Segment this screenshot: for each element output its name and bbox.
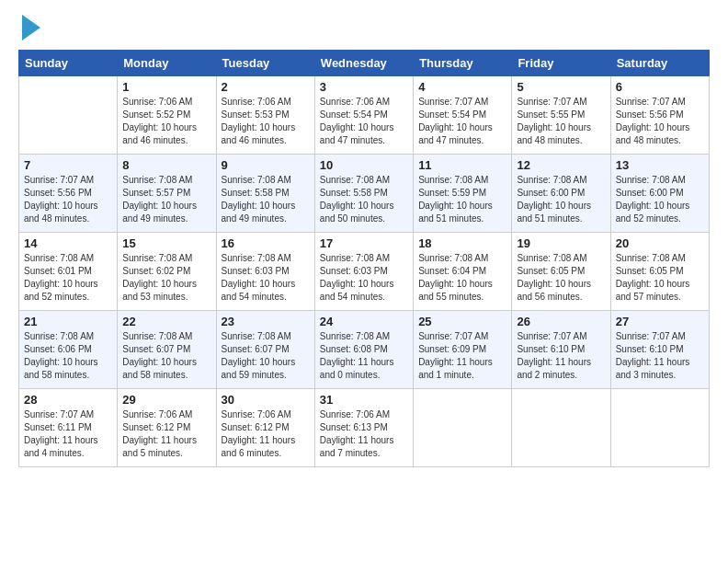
- calendar-cell: [414, 389, 512, 467]
- calendar-cell: 13Sunrise: 7:08 AM Sunset: 6:00 PM Dayli…: [610, 155, 709, 233]
- day-info: Sunrise: 7:07 AM Sunset: 6:10 PM Dayligh…: [517, 330, 605, 382]
- day-info: Sunrise: 7:08 AM Sunset: 6:08 PM Dayligh…: [320, 330, 408, 382]
- day-number: 3: [320, 80, 408, 94]
- day-info: Sunrise: 7:07 AM Sunset: 5:54 PM Dayligh…: [418, 96, 506, 147]
- day-number: 29: [122, 393, 210, 407]
- day-number: 30: [222, 393, 310, 407]
- day-info: Sunrise: 7:08 AM Sunset: 6:07 PM Dayligh…: [222, 330, 310, 382]
- day-header-friday: Friday: [512, 51, 610, 76]
- day-number: 9: [222, 158, 310, 172]
- day-number: 26: [517, 315, 605, 328]
- day-info: Sunrise: 7:06 AM Sunset: 6:13 PM Dayligh…: [320, 408, 408, 460]
- calendar-cell: 19Sunrise: 7:08 AM Sunset: 6:05 PM Dayli…: [512, 233, 610, 311]
- day-number: 10: [320, 158, 408, 172]
- day-info: Sunrise: 7:08 AM Sunset: 6:07 PM Dayligh…: [122, 330, 210, 382]
- calendar-cell: 23Sunrise: 7:08 AM Sunset: 6:07 PM Dayli…: [216, 311, 314, 389]
- calendar-cell: [19, 76, 118, 155]
- day-number: 25: [418, 315, 506, 328]
- day-info: Sunrise: 7:07 AM Sunset: 6:09 PM Dayligh…: [418, 330, 506, 382]
- day-header-wednesday: Wednesday: [314, 51, 413, 76]
- day-header-monday: Monday: [118, 51, 216, 76]
- calendar-cell: 1Sunrise: 7:06 AM Sunset: 5:52 PM Daylig…: [118, 76, 216, 155]
- day-number: 27: [616, 315, 704, 328]
- calendar-cell: 11Sunrise: 7:08 AM Sunset: 5:59 PM Dayli…: [414, 155, 512, 233]
- day-info: Sunrise: 7:08 AM Sunset: 6:05 PM Dayligh…: [616, 252, 704, 304]
- day-info: Sunrise: 7:08 AM Sunset: 6:06 PM Dayligh…: [24, 330, 112, 382]
- calendar-cell: 10Sunrise: 7:08 AM Sunset: 5:58 PM Dayli…: [314, 155, 413, 233]
- calendar-cell: 14Sunrise: 7:08 AM Sunset: 6:01 PM Dayli…: [19, 233, 118, 311]
- day-info: Sunrise: 7:08 AM Sunset: 6:01 PM Dayligh…: [24, 252, 112, 304]
- calendar-cell: 28Sunrise: 7:07 AM Sunset: 6:11 PM Dayli…: [19, 389, 118, 467]
- day-number: 23: [222, 315, 310, 328]
- calendar-cell: 26Sunrise: 7:07 AM Sunset: 6:10 PM Dayli…: [512, 311, 610, 389]
- day-info: Sunrise: 7:07 AM Sunset: 5:56 PM Dayligh…: [24, 174, 112, 225]
- calendar-cell: 15Sunrise: 7:08 AM Sunset: 6:02 PM Dayli…: [118, 233, 216, 311]
- day-header-thursday: Thursday: [414, 51, 512, 76]
- day-number: 19: [517, 236, 605, 250]
- page-header: [18, 18, 710, 40]
- day-number: 13: [616, 158, 704, 172]
- day-number: 12: [517, 158, 605, 172]
- day-number: 11: [418, 158, 506, 172]
- calendar-cell: 31Sunrise: 7:06 AM Sunset: 6:13 PM Dayli…: [314, 389, 413, 467]
- day-number: 14: [24, 236, 112, 250]
- day-info: Sunrise: 7:06 AM Sunset: 6:12 PM Dayligh…: [122, 408, 210, 460]
- calendar-cell: 9Sunrise: 7:08 AM Sunset: 5:58 PM Daylig…: [216, 155, 314, 233]
- day-info: Sunrise: 7:08 AM Sunset: 6:05 PM Dayligh…: [517, 252, 605, 304]
- calendar-cell: 25Sunrise: 7:07 AM Sunset: 6:09 PM Dayli…: [414, 311, 512, 389]
- day-number: 22: [122, 315, 210, 328]
- calendar-cell: 20Sunrise: 7:08 AM Sunset: 6:05 PM Dayli…: [610, 233, 709, 311]
- day-info: Sunrise: 7:08 AM Sunset: 5:57 PM Dayligh…: [122, 174, 210, 225]
- calendar-cell: 4Sunrise: 7:07 AM Sunset: 5:54 PM Daylig…: [414, 76, 512, 155]
- logo-arrow-icon: [22, 15, 40, 40]
- day-number: 2: [222, 80, 310, 94]
- calendar-cell: 16Sunrise: 7:08 AM Sunset: 6:03 PM Dayli…: [216, 233, 314, 311]
- calendar-cell: 24Sunrise: 7:08 AM Sunset: 6:08 PM Dayli…: [314, 311, 413, 389]
- calendar-cell: 17Sunrise: 7:08 AM Sunset: 6:03 PM Dayli…: [314, 233, 413, 311]
- day-number: 24: [320, 315, 408, 328]
- day-number: 20: [616, 236, 704, 250]
- calendar-cell: 2Sunrise: 7:06 AM Sunset: 5:53 PM Daylig…: [216, 76, 314, 155]
- day-number: 31: [320, 393, 408, 407]
- day-info: Sunrise: 7:08 AM Sunset: 5:59 PM Dayligh…: [418, 174, 506, 225]
- day-number: 5: [517, 80, 605, 94]
- week-row: 7Sunrise: 7:07 AM Sunset: 5:56 PM Daylig…: [19, 155, 710, 233]
- week-row: 1Sunrise: 7:06 AM Sunset: 5:52 PM Daylig…: [19, 76, 710, 155]
- day-header-sunday: Sunday: [19, 51, 118, 76]
- calendar-cell: 22Sunrise: 7:08 AM Sunset: 6:07 PM Dayli…: [118, 311, 216, 389]
- calendar-cell: [610, 389, 709, 467]
- day-info: Sunrise: 7:07 AM Sunset: 6:10 PM Dayligh…: [616, 330, 704, 382]
- calendar-cell: 8Sunrise: 7:08 AM Sunset: 5:57 PM Daylig…: [118, 155, 216, 233]
- day-info: Sunrise: 7:08 AM Sunset: 6:03 PM Dayligh…: [320, 252, 408, 304]
- day-info: Sunrise: 7:08 AM Sunset: 5:58 PM Dayligh…: [222, 174, 310, 225]
- calendar-header: SundayMondayTuesdayWednesdayThursdayFrid…: [19, 51, 710, 76]
- day-number: 8: [122, 158, 210, 172]
- day-number: 17: [320, 236, 408, 250]
- calendar-cell: 3Sunrise: 7:06 AM Sunset: 5:54 PM Daylig…: [314, 76, 413, 155]
- calendar-table: SundayMondayTuesdayWednesdayThursdayFrid…: [18, 50, 710, 467]
- calendar-cell: 6Sunrise: 7:07 AM Sunset: 5:56 PM Daylig…: [610, 76, 709, 155]
- day-number: 21: [24, 315, 112, 328]
- day-info: Sunrise: 7:06 AM Sunset: 5:54 PM Dayligh…: [320, 96, 408, 147]
- day-number: 15: [122, 236, 210, 250]
- day-info: Sunrise: 7:06 AM Sunset: 6:12 PM Dayligh…: [222, 408, 310, 460]
- calendar-cell: 21Sunrise: 7:08 AM Sunset: 6:06 PM Dayli…: [19, 311, 118, 389]
- day-info: Sunrise: 7:06 AM Sunset: 5:53 PM Dayligh…: [222, 96, 310, 147]
- day-number: 1: [122, 80, 210, 94]
- day-info: Sunrise: 7:06 AM Sunset: 5:52 PM Dayligh…: [122, 96, 210, 147]
- day-header-saturday: Saturday: [610, 51, 709, 76]
- day-info: Sunrise: 7:08 AM Sunset: 6:02 PM Dayligh…: [122, 252, 210, 304]
- week-row: 28Sunrise: 7:07 AM Sunset: 6:11 PM Dayli…: [19, 389, 710, 467]
- day-info: Sunrise: 7:07 AM Sunset: 5:55 PM Dayligh…: [517, 96, 605, 147]
- calendar-cell: 18Sunrise: 7:08 AM Sunset: 6:04 PM Dayli…: [414, 233, 512, 311]
- day-info: Sunrise: 7:07 AM Sunset: 5:56 PM Dayligh…: [616, 96, 704, 147]
- week-row: 21Sunrise: 7:08 AM Sunset: 6:06 PM Dayli…: [19, 311, 710, 389]
- day-number: 16: [222, 236, 310, 250]
- calendar-cell: 5Sunrise: 7:07 AM Sunset: 5:55 PM Daylig…: [512, 76, 610, 155]
- day-info: Sunrise: 7:08 AM Sunset: 6:00 PM Dayligh…: [616, 174, 704, 225]
- day-number: 4: [418, 80, 506, 94]
- calendar-cell: 7Sunrise: 7:07 AM Sunset: 5:56 PM Daylig…: [19, 155, 118, 233]
- day-info: Sunrise: 7:08 AM Sunset: 6:04 PM Dayligh…: [418, 252, 506, 304]
- day-info: Sunrise: 7:08 AM Sunset: 6:03 PM Dayligh…: [222, 252, 310, 304]
- logo: [18, 18, 40, 40]
